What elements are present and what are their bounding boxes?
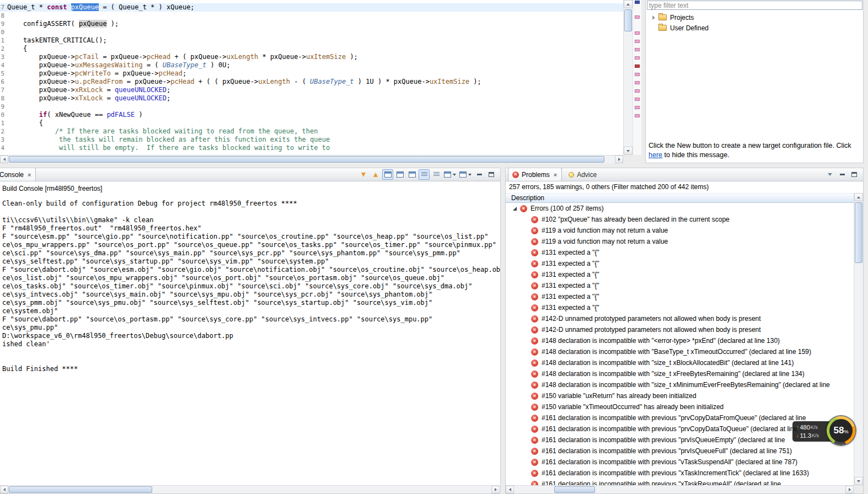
annotation-mark[interactable]: [635, 106, 640, 109]
vertical-sash-editor[interactable]: [641, 0, 645, 163]
scroll-up-button[interactable]: [854, 193, 863, 201]
code-line[interactable]: 4 will still be empty. If there are task…: [0, 144, 623, 152]
open-console-button[interactable]: [458, 169, 473, 180]
annotation-mark[interactable]: [635, 56, 640, 60]
scroll-down-button[interactable]: [624, 147, 633, 155]
problem-row[interactable]: × #148 declaration is incompatible with …: [506, 357, 854, 368]
problem-row[interactable]: × #150 variable "uxReturn" has already b…: [506, 390, 854, 401]
problem-row[interactable]: × #161 declaration is incompatible with …: [506, 457, 854, 468]
description-column-header[interactable]: Description: [506, 193, 854, 203]
annotation-mark[interactable]: [635, 15, 640, 19]
problem-row[interactable]: × #142-D unnamed prototyped parameters n…: [506, 324, 854, 335]
code-line[interactable]: 9: [0, 103, 623, 111]
code-line[interactable]: 3 pxQueue->pcTail = pxQueue->pcHead + ( …: [0, 53, 623, 61]
annotation-mark[interactable]: [635, 114, 640, 117]
minimize-button[interactable]: [837, 169, 848, 180]
code-line[interactable]: 1 taskENTER_CRITICAL();: [0, 36, 623, 45]
code-line[interactable]: 0: [0, 28, 623, 36]
error-group-row[interactable]: × Errors (100 of 257 items): [506, 203, 854, 214]
scroll-down-button[interactable]: [854, 477, 863, 485]
code-line[interactable]: 0 if( xNewQueue == pdFALSE ): [0, 111, 623, 119]
console-output[interactable]: Clean-only build of configuration Debug …: [2, 200, 499, 373]
clear-console-button[interactable]: [406, 169, 417, 180]
code-line[interactable]: 2 /* If there are tasks blocked waiting …: [0, 127, 623, 136]
problem-row[interactable]: × #131 expected a "{": [506, 258, 854, 269]
code-line[interactable]: 7 pxQueue->xRxLock = queueUNLOCKED;: [0, 86, 623, 94]
problem-row[interactable]: × #148 declaration is incompatible with …: [506, 379, 854, 390]
annotation-mark[interactable]: [635, 81, 640, 84]
problem-row[interactable]: × #150 variable "xTimeoutOccurred" has a…: [506, 401, 854, 412]
vertical-sash-bottom[interactable]: [501, 168, 505, 494]
code-editor[interactable]: 7Queue_t * const pxQueue = ( Queue_t * )…: [0, 0, 623, 155]
problem-row[interactable]: × #131 expected a "{": [506, 269, 854, 280]
problem-row[interactable]: × #142-D unnamed prototyped parameters n…: [506, 313, 854, 324]
hide-message-link[interactable]: here: [649, 151, 662, 159]
code-line[interactable]: 6 pxQueue->u.pcReadFrom = pxQueue->pcHea…: [0, 78, 623, 86]
minimize-button[interactable]: [474, 169, 485, 180]
problem-row[interactable]: × #148 declaration is incompatible with …: [506, 335, 854, 346]
overview-ruler[interactable]: [633, 0, 641, 163]
tree-item-projects[interactable]: Projects: [647, 12, 862, 23]
editor-vertical-scrollbar[interactable]: [623, 0, 633, 155]
code-line[interactable]: 4 pxQueue->uxMessagesWaiting = ( UBaseTy…: [0, 61, 623, 69]
problem-row[interactable]: × #119 a void function may not return a …: [506, 225, 854, 236]
tree-item-user-defined[interactable]: User Defined: [647, 23, 862, 33]
annotation-mark[interactable]: [635, 48, 640, 51]
network-speed-widget[interactable]: ↑ 480 K/s ↓ 11.3 K/s 58%: [792, 416, 855, 446]
scrollbar-thumb[interactable]: [9, 486, 152, 493]
filter-input[interactable]: [647, 1, 862, 10]
code-line[interactable]: 5 pxQueue->pcWriteTo = pxQueue->pcHead;: [0, 69, 623, 78]
code-line[interactable]: 9 configASSERT( pxQueue );: [0, 20, 623, 28]
problem-row[interactable]: × #161 declaration is incompatible with …: [506, 445, 854, 457]
scroll-lock-button[interactable]: [431, 169, 442, 180]
problem-row[interactable]: × #161 declaration is incompatible with …: [506, 479, 854, 485]
annotation-mark[interactable]: [635, 89, 640, 93]
code-line[interactable]: 8 pxQueue->xTxLock = queueUNLOCKED;: [0, 94, 623, 103]
tree-expander-icon[interactable]: [652, 15, 655, 20]
problem-row[interactable]: × #131 expected a "{": [506, 247, 854, 258]
horizontal-sash[interactable]: [0, 163, 868, 168]
scroll-right-button[interactable]: [845, 486, 854, 493]
close-icon[interactable]: ×: [28, 172, 31, 178]
maximize-button[interactable]: [486, 169, 497, 180]
scroll-left-button[interactable]: [506, 486, 514, 493]
scroll-right-button[interactable]: [491, 486, 500, 493]
activate-on-stdout-button[interactable]: [382, 169, 393, 180]
view-menu-button[interactable]: [824, 169, 835, 180]
scrollbar-thumb[interactable]: [855, 202, 862, 263]
usage-gauge[interactable]: 58%: [827, 416, 855, 445]
editor-horizontal-scrollbar[interactable]: [0, 155, 623, 163]
previous-match-button[interactable]: [370, 169, 381, 180]
maximize-button[interactable]: [849, 169, 860, 180]
annotation-mark[interactable]: [635, 1, 640, 4]
problem-row[interactable]: × #131 expected a "{": [506, 291, 854, 302]
problems-horizontal-scrollbar[interactable]: [506, 485, 854, 493]
problem-row[interactable]: × #131 expected a "{": [506, 302, 854, 313]
problem-row[interactable]: × #148 declaration is incompatible with …: [506, 368, 854, 379]
problem-row[interactable]: × #131 expected a "{": [506, 280, 854, 291]
tab-advice[interactable]: Advice: [564, 168, 602, 181]
annotation-mark[interactable]: [635, 73, 640, 76]
scrollbar-thumb[interactable]: [624, 9, 632, 31]
code-line[interactable]: 7Queue_t * const pxQueue = ( Queue_t * )…: [0, 3, 623, 12]
tree-expander-icon[interactable]: [513, 207, 517, 211]
console-horizontal-scrollbar[interactable]: [0, 485, 500, 493]
code-line[interactable]: 3 the tasks will remain blocked as after…: [0, 136, 623, 144]
scrollbar-thumb[interactable]: [9, 156, 604, 163]
tab-console[interactable]: Console ×: [0, 168, 36, 181]
code-line[interactable]: 8: [0, 12, 623, 20]
problem-row[interactable]: × #148 declaration is incompatible with …: [506, 346, 854, 357]
scrollbar-thumb[interactable]: [554, 486, 595, 493]
scroll-left-button[interactable]: [0, 486, 8, 493]
scroll-up-button[interactable]: [624, 0, 633, 8]
display-selected-console-button[interactable]: [443, 169, 457, 180]
problem-row[interactable]: × #161 declaration is incompatible with …: [506, 468, 854, 479]
tab-problems[interactable]: × Problems ×: [508, 168, 562, 181]
annotation-mark[interactable]: [635, 31, 640, 35]
problem-row[interactable]: × #119 a void function may not return a …: [506, 236, 854, 247]
word-wrap-button[interactable]: [419, 169, 430, 180]
scroll-right-button[interactable]: [615, 155, 623, 163]
pin-console-button[interactable]: [394, 169, 405, 180]
annotation-mark[interactable]: [635, 65, 640, 68]
annotation-mark[interactable]: [635, 98, 640, 101]
